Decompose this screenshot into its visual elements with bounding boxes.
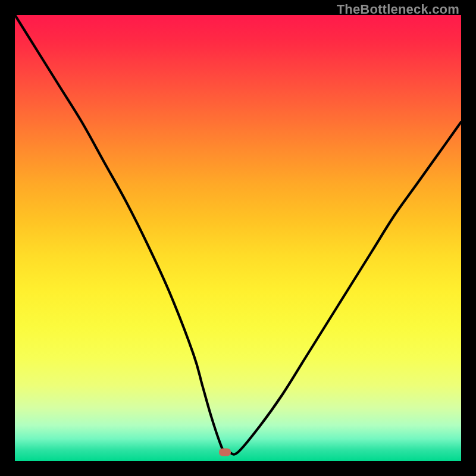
chart-frame: TheBottleneck.com — [0, 0, 476, 476]
bottleneck-curve — [15, 15, 461, 455]
optimal-point-marker — [219, 449, 231, 456]
curve-svg — [15, 15, 461, 461]
plot-area — [15, 15, 461, 461]
